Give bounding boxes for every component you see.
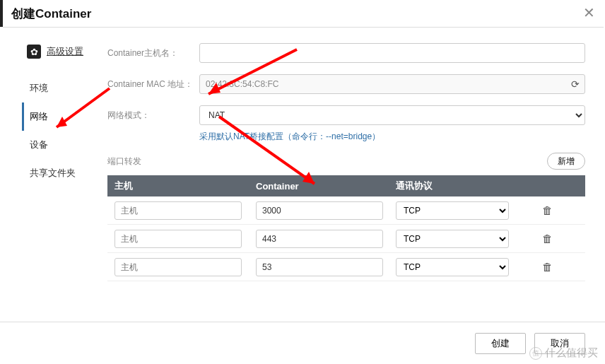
- nat-note: 采用默认NAT桥接配置（命令行：--net=bridge）: [199, 131, 585, 143]
- container-port-input[interactable]: [256, 258, 383, 276]
- add-port-button[interactable]: 新增: [547, 153, 585, 170]
- gear-icon: ✿: [27, 45, 41, 59]
- proto-select[interactable]: TCP: [396, 258, 509, 276]
- proto-select[interactable]: TCP: [396, 201, 509, 220]
- hostname-input[interactable]: [199, 43, 585, 63]
- th-host: 主机: [114, 180, 256, 192]
- sidebar-item-network[interactable]: 网络: [22, 102, 102, 131]
- trash-icon[interactable]: 🗑: [537, 233, 557, 245]
- host-port-input[interactable]: [114, 258, 242, 276]
- host-port-input[interactable]: [114, 230, 242, 248]
- table-row: TCP 🗑: [107, 196, 585, 225]
- netmode-select[interactable]: NAT: [199, 105, 585, 125]
- advanced-settings-label: 高级设置: [47, 45, 83, 58]
- container-port-input[interactable]: [256, 201, 383, 220]
- netmode-label: 网络模式：: [107, 110, 199, 122]
- th-container: Container: [256, 181, 396, 192]
- sidebar-item-env[interactable]: 环境: [30, 74, 102, 102]
- sidebar-item-shared[interactable]: 共享文件夹: [30, 159, 102, 187]
- sidebar-item-device[interactable]: 设备: [30, 131, 102, 159]
- advanced-settings-toggle[interactable]: ✿ 高级设置: [27, 45, 102, 59]
- trash-icon[interactable]: 🗑: [537, 261, 557, 273]
- container-port-input[interactable]: [256, 230, 383, 248]
- table-row: TCP 🗑: [107, 225, 585, 253]
- close-icon[interactable]: ✕: [583, 4, 595, 21]
- create-button[interactable]: 创建: [475, 333, 526, 354]
- port-section-label: 端口转发: [107, 155, 547, 168]
- refresh-icon[interactable]: ⟳: [565, 74, 585, 94]
- hostname-label: Container主机名：: [107, 47, 199, 59]
- mac-label: Container MAC 地址：: [107, 78, 199, 90]
- table-header: 主机 Container 通讯协议: [107, 175, 585, 196]
- trash-icon[interactable]: 🗑: [537, 204, 557, 216]
- dialog-title: 创建Container: [11, 6, 91, 22]
- host-port-input[interactable]: [114, 201, 242, 220]
- watermark: 值 什么值得买: [529, 346, 598, 360]
- table-row: TCP 🗑: [107, 253, 585, 281]
- proto-select[interactable]: TCP: [396, 230, 509, 248]
- th-proto: 通讯协议: [396, 180, 523, 192]
- mac-input[interactable]: [199, 74, 585, 94]
